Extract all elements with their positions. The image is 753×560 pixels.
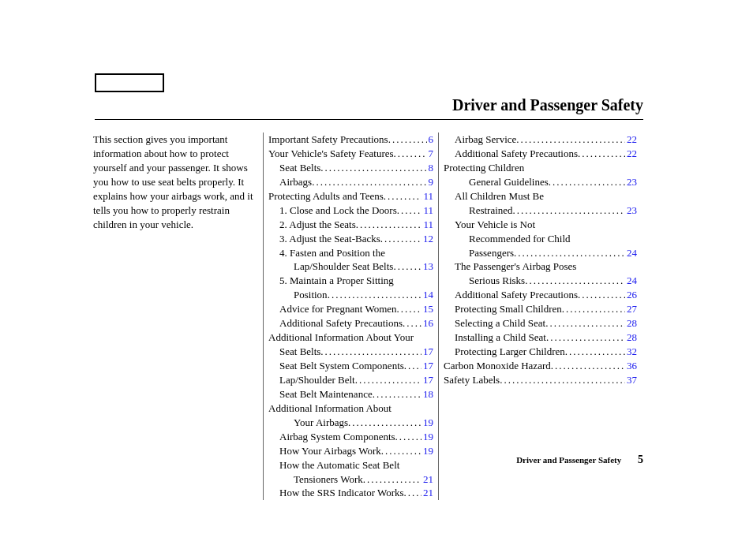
toc-leader-dots [404, 359, 421, 373]
toc-entry: Restrained23 [444, 203, 637, 218]
toc-entry: Your Vehicle is Not [444, 218, 637, 232]
toc-page-link[interactable]: 22 [625, 147, 637, 161]
toc-page-link[interactable]: 18 [421, 387, 433, 401]
toc-page-link[interactable]: 11 [421, 189, 433, 203]
toc-leader-dots [320, 161, 426, 175]
toc-leader-dots [395, 430, 421, 444]
toc-leader-dots [545, 316, 625, 330]
toc-entry: Additional Safety Precautions22 [444, 147, 637, 161]
toc-entry: Installing a Child Seat28 [444, 330, 637, 345]
toc-page-link[interactable]: 14 [421, 288, 433, 302]
toc-leader-dots [355, 373, 421, 387]
toc-page-link[interactable]: 27 [625, 302, 637, 316]
toc-leader-dots [565, 345, 625, 359]
title-row: Driver and Passenger Safety [95, 96, 643, 120]
toc-page-link[interactable]: 21 [421, 486, 433, 500]
toc-page-link[interactable]: 13 [421, 259, 433, 274]
toc-entry-label: How Your Airbags Work [279, 444, 381, 458]
toc-page-link[interactable]: 7 [427, 147, 434, 161]
toc-page-link[interactable]: 22 [625, 133, 637, 147]
toc-page-link[interactable]: 37 [625, 373, 637, 387]
toc-entry-label: How the SRS Indicator Works [279, 486, 404, 500]
toc-page-link[interactable]: 26 [625, 288, 637, 302]
toc-entry-label: Additional Safety Precautions [455, 288, 578, 302]
toc-entry-label: 5. Maintain a Proper Sitting [279, 274, 394, 288]
toc-page-link[interactable]: 12 [421, 232, 433, 246]
toc-entry: How the SRS Indicator Works21 [268, 486, 433, 500]
toc-page-link[interactable]: 19 [421, 444, 433, 458]
toc-page-link[interactable]: 32 [625, 345, 637, 359]
toc-leader-dots [393, 259, 421, 274]
toc-page-link[interactable]: 24 [625, 274, 637, 288]
toc-page-link[interactable]: 15 [421, 302, 433, 316]
toc-leader-dots [516, 133, 625, 147]
toc-entry-label: Carbon Monoxide Hazard [444, 359, 551, 373]
toc-leader-dots [363, 472, 421, 487]
toc-page-link[interactable]: 17 [421, 359, 433, 373]
toc-entry-label: General Guidelines [469, 175, 549, 189]
toc-page-link[interactable]: 17 [421, 345, 433, 359]
toc-entry-label: Protecting Adults and Teens [268, 189, 384, 203]
toc-entry: Additional Safety Precautions16 [268, 316, 433, 330]
toc-leader-dots [549, 175, 625, 189]
toc-page-link[interactable]: 28 [625, 316, 637, 330]
toc-entry-label: All Children Must Be [455, 189, 544, 203]
toc-entry: Additional Information About Your [268, 330, 433, 345]
toc-entry-label: Important Safety Precautions [268, 133, 388, 147]
toc-entry: Serious Risks24 [444, 274, 637, 288]
toc-entry-label: Selecting a Child Seat [455, 316, 545, 330]
toc-page-link[interactable]: 24 [625, 246, 637, 260]
toc-leader-dots [348, 416, 421, 430]
toc-entry: Airbag Service22 [444, 133, 637, 147]
toc-page-link[interactable]: 6 [427, 133, 434, 147]
toc-leader-dots [397, 203, 422, 218]
toc-leader-dots [320, 345, 421, 359]
toc-entry-label: Advice for Pregnant Women [279, 302, 397, 316]
toc-entry-label: Installing a Child Seat [455, 330, 546, 345]
toc-entry-label: Airbags [279, 175, 312, 189]
toc-entry-label: Your Vehicle's Safety Features [268, 147, 394, 161]
toc-page-link[interactable]: 16 [421, 316, 433, 330]
toc-page-link[interactable]: 28 [625, 330, 637, 345]
toc-page-link[interactable]: 19 [421, 416, 433, 430]
toc-entry-label: Your Vehicle is Not [455, 218, 535, 232]
toc-entry: Protecting Children [444, 161, 637, 175]
footer-section-title: Driver and Passenger Safety [516, 455, 621, 465]
toc-page-link[interactable]: 36 [625, 359, 637, 373]
toc-page-link[interactable]: 17 [421, 373, 433, 387]
toc-entry-label: Lap/Shoulder Belt [279, 373, 355, 387]
toc-entry-label: How the Automatic Seat Belt [279, 458, 399, 472]
toc-leader-dots [500, 373, 625, 387]
toc-leader-dots [562, 302, 625, 316]
toc-page-link[interactable]: 11 [421, 203, 433, 218]
toc-entry: Safety Labels37 [444, 373, 637, 387]
toc-leader-dots [514, 246, 625, 260]
toc-page-link[interactable]: 23 [625, 203, 637, 218]
page-footer: Driver and Passenger Safety 5 [516, 454, 643, 466]
footer-page-number: 5 [638, 454, 643, 465]
toc-entry-label: 1. Close and Lock the Doors [279, 203, 397, 218]
toc-page-link[interactable]: 9 [427, 175, 434, 189]
toc-entry: Recommended for Child [444, 232, 637, 246]
toc-entry-label: Additional Safety Precautions [279, 316, 403, 330]
toc-entry: Passengers24 [444, 246, 637, 260]
toc-entry: General Guidelines23 [444, 175, 637, 189]
toc-entry-label: 4. Fasten and Position the [279, 246, 385, 260]
toc-entry: Lap/Shoulder Seat Belts13 [268, 259, 433, 274]
toc-column-1: Important Safety Precautions6Your Vehicl… [263, 133, 438, 500]
toc-page-link[interactable]: 11 [421, 218, 433, 232]
toc-leader-dots [380, 232, 421, 246]
toc-entry: Carbon Monoxide Hazard36 [444, 359, 637, 373]
toc-entry-label: Recommended for Child [469, 232, 571, 246]
toc-entry: 4. Fasten and Position the [268, 246, 433, 260]
toc-entry: Airbag System Components19 [268, 430, 433, 444]
toc-page-link[interactable]: 21 [421, 472, 433, 487]
toc-page-link[interactable]: 23 [625, 175, 637, 189]
toc-page-link[interactable]: 19 [421, 430, 433, 444]
toc-page-link[interactable]: 8 [427, 161, 434, 175]
toc-entry: Protecting Larger Children32 [444, 345, 637, 359]
toc-entry: Seat Belt System Components17 [268, 359, 433, 373]
toc-entry-label: Protecting Larger Children [455, 345, 565, 359]
toc-entry: The Passenger's Airbag Poses [444, 259, 637, 274]
toc-entry-label: Seat Belts [279, 345, 320, 359]
